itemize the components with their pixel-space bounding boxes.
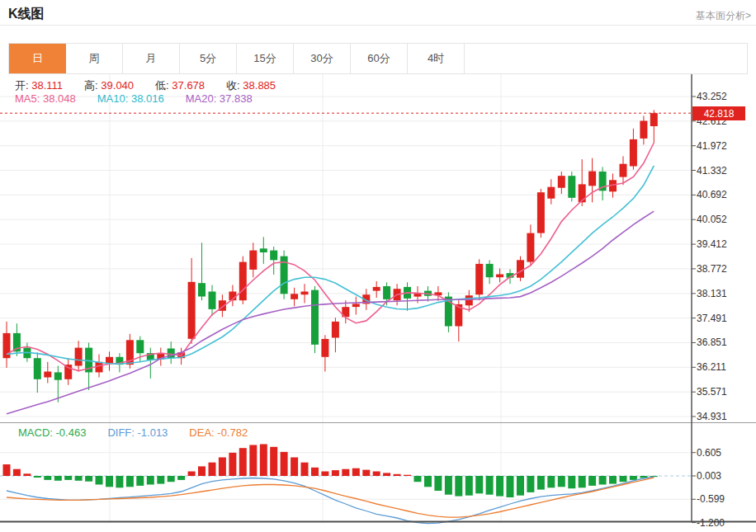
y-axis-label: 41.332 [697, 165, 727, 177]
legend-item: MA20: 37.838 [186, 92, 253, 105]
y-axis-label: 41.972 [697, 140, 727, 152]
candles[interactable] [3, 110, 658, 402]
ma5-line [7, 143, 654, 371]
ma10-line [7, 166, 654, 364]
legend-item: 低: 37.678 [155, 79, 205, 92]
legend-item: MACD: -0.463 [18, 426, 86, 439]
diff-line [7, 477, 654, 524]
legend-item: MA10: 38.016 [97, 92, 164, 105]
y-axis-label: -1.200 [697, 517, 725, 529]
legend-item: MA5: 38.048 [15, 92, 76, 105]
legend-item: DEA: -0.782 [189, 426, 248, 439]
macd-histogram [3, 445, 658, 498]
kline-page: K线图 基本面分析> 日周月5分15分30分60分4时 开: 38.111高: … [0, 0, 756, 532]
y-axis-label: 39.412 [697, 238, 727, 250]
y-axis-label: 0.605 [697, 447, 721, 459]
y-axis-label: 36.211 [697, 361, 726, 373]
y-axis-label: 38.131 [697, 288, 727, 299]
y-axis-label: -0.599 [697, 493, 725, 505]
ohlc-legend: 开: 38.111高: 39.040低: 37.678收: 38.885 [15, 78, 297, 93]
y-axis-label: 38.772 [697, 263, 727, 275]
ma-legend: MA5: 38.048MA10: 38.016MA20: 37.838 [15, 92, 274, 105]
y-axis-label: 37.491 [697, 313, 727, 324]
y-axis-label: 34.931 [697, 411, 727, 422]
legend-item: DIFF: -1.013 [107, 426, 168, 439]
y-axis-label: 0.003 [697, 470, 721, 482]
y-axis-label: 40.692 [697, 189, 727, 200]
y-axis-label: 35.571 [697, 386, 727, 398]
ma20-line [7, 211, 654, 414]
y-axis-label: 40.052 [697, 214, 727, 225]
legend-item: 开: 38.111 [15, 79, 63, 92]
y-axis-label: 36.851 [697, 337, 727, 348]
y-axis-label: 43.252 [697, 91, 727, 102]
macd-legend: MACD: -0.463DIFF: -1.013DEA: -0.782 [18, 426, 269, 439]
current-price-tag: 42.818 [692, 106, 745, 120]
legend-item: 高: 39.040 [84, 79, 134, 92]
legend-item: 收: 38.885 [226, 79, 276, 92]
